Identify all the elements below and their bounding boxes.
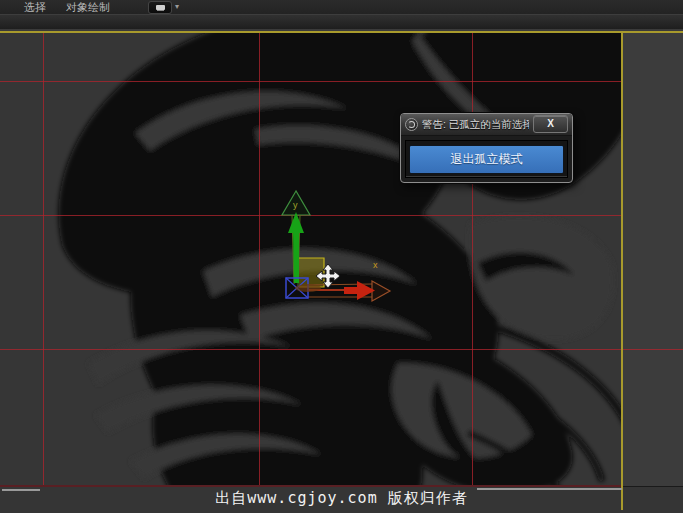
grid-line — [472, 33, 473, 486]
chevron-down-icon[interactable]: ▾ — [175, 0, 179, 14]
exit-isolation-button[interactable]: 退出孤立模式 — [409, 145, 564, 174]
move-gizmo[interactable]: y x — [250, 180, 410, 315]
menu-item-select[interactable]: 选择 — [14, 0, 56, 14]
track-bar-segment[interactable] — [477, 488, 622, 490]
grid-line — [0, 349, 683, 350]
workspace-icon — [156, 5, 165, 10]
brush-smudge — [295, 284, 321, 292]
grid-line — [0, 81, 622, 82]
dialog-title: 警告: 已孤立的当前选择 — [422, 118, 529, 132]
max-app-icon — [405, 118, 418, 131]
isolation-warning-dialog: 警告: 已孤立的当前选择 X 退出孤立模式 — [400, 113, 573, 183]
grid-line — [43, 33, 44, 486]
track-bar-segment[interactable] — [2, 489, 40, 491]
active-viewport-right-border — [621, 31, 623, 510]
workspace-button[interactable] — [148, 1, 172, 14]
viewport-bottom-edge — [0, 485, 622, 487]
close-icon[interactable]: X — [533, 115, 568, 133]
toolbar-strip — [0, 15, 683, 29]
menu-item-object-paint[interactable]: 对象绘制 — [56, 0, 120, 14]
dialog-body: 退出孤立模式 — [405, 140, 568, 178]
menu-bar: 选择 对象绘制 ▾ — [0, 0, 683, 15]
y-axis-label: y — [293, 200, 298, 210]
dialog-title-bar[interactable]: 警告: 已孤立的当前选择 X — [401, 114, 572, 136]
adjacent-viewport-area[interactable] — [623, 33, 683, 486]
x-axis-label: x — [373, 260, 378, 270]
watermark-text: 出自www.cgjoy.com 版权归作者 — [0, 489, 683, 508]
